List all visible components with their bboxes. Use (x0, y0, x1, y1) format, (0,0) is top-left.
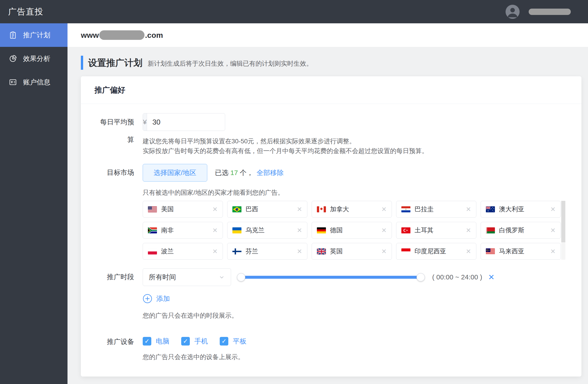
flag-icon-tr (401, 227, 410, 233)
flag-icon-my (486, 248, 495, 255)
time-range-text: ( 00:00 ~ 24:00 ) (432, 273, 482, 281)
flag-icon-ua (232, 227, 241, 233)
country-chip: 波兰✕ (143, 243, 223, 260)
device-checkbox-tablet[interactable]: ✓ 平板 (220, 337, 246, 346)
country-chip: 加拿大✕ (312, 201, 392, 218)
country-chip: 德国✕ (312, 222, 392, 239)
remove-time-period-icon[interactable]: ✕ (488, 273, 495, 282)
country-chip-label: 加拿大 (330, 205, 381, 214)
schedule-hint: 您的广告只会在选中的时段展示。 (143, 311, 572, 321)
country-chip: 巴西✕ (227, 201, 307, 218)
country-chip-grid: 美国✕巴西✕加拿大✕巴拉圭✕澳大利亚✕南非✕乌克兰✕德国✕土耳其✕白俄罗斯✕波兰… (143, 201, 561, 260)
promotion-schedule-label: 推广时段 (95, 268, 143, 286)
remove-country-icon[interactable]: ✕ (297, 248, 302, 255)
remove-all-link[interactable]: 全部移除 (256, 169, 284, 176)
remove-country-icon[interactable]: ✕ (381, 227, 387, 234)
section-accent-bar (81, 56, 83, 70)
flag-icon-by (486, 227, 495, 233)
sidebar-item-label: 推广计划 (23, 31, 50, 40)
remove-country-icon[interactable]: ✕ (550, 227, 556, 234)
country-chip: 芬兰✕ (227, 243, 307, 260)
remove-country-icon[interactable]: ✕ (212, 206, 218, 213)
country-chip: 南非✕ (143, 222, 223, 239)
chip-list-scrollbar (561, 201, 565, 260)
remove-country-icon[interactable]: ✕ (212, 248, 218, 255)
checkbox-checked-icon: ✓ (143, 337, 151, 345)
daily-budget-label: 每日平均预算 (95, 113, 143, 148)
country-chip-label: 英国 (330, 247, 381, 256)
flag-icon-za (148, 227, 157, 233)
promotion-schedule-row: 推广时段 所有时间 ( 00:00 ~ 24:00 ) (95, 268, 572, 321)
account-card-icon (9, 78, 17, 86)
person-icon (505, 5, 520, 19)
flag-icon-py (401, 206, 410, 212)
site-url-redacted (99, 30, 145, 40)
sidebar-item-account-info[interactable]: 账户信息 (0, 70, 67, 94)
slider-handle-end[interactable] (417, 273, 425, 282)
currency-symbol: ¥ (143, 113, 147, 131)
user-menu[interactable] (505, 0, 571, 23)
flag-icon-ca (317, 206, 326, 212)
card-divider (81, 104, 581, 104)
sidebar-item-performance-analysis[interactable]: 效果分析 (0, 47, 67, 70)
country-chip-area: 美国✕巴西✕加拿大✕巴拉圭✕澳大利亚✕南非✕乌克兰✕德国✕土耳其✕白俄罗斯✕波兰… (143, 201, 565, 260)
promotion-preferences-card: 推广偏好 每日平均预算 ¥ 建议您先将每日平均预算设置在30-50元，然后根据实… (81, 76, 581, 377)
remove-country-icon[interactable]: ✕ (466, 206, 471, 213)
country-chip: 乌克兰✕ (227, 222, 307, 239)
scrollbar-thumb[interactable] (561, 201, 565, 242)
country-chip-label: 乌克兰 (246, 226, 297, 235)
site-header: www.com (67, 23, 588, 47)
sidebar-item-promotion-plan[interactable]: 推广计划 (0, 23, 67, 47)
remove-country-icon[interactable]: ✕ (550, 206, 556, 213)
avatar (505, 5, 520, 19)
user-name-redacted (529, 9, 571, 15)
remove-country-icon[interactable]: ✕ (297, 206, 302, 213)
remove-country-icon[interactable]: ✕ (297, 227, 302, 234)
time-period-dropdown[interactable]: 所有时间 (143, 268, 231, 286)
time-range-slider[interactable] (237, 268, 425, 286)
country-chip-label: 波兰 (161, 247, 212, 256)
target-market-hint: 只有被选中的国家/地区的买家才能看到您的广告。 (143, 188, 572, 197)
remove-country-icon[interactable]: ✕ (381, 248, 387, 255)
country-chip-label: 芬兰 (246, 247, 297, 256)
selected-count: 17 (230, 169, 238, 176)
promotion-devices-row: 推广设备 ✓ 电脑 ✓ 手机 ✓ 平板 您的广告只会在选中 (95, 336, 572, 362)
country-chip: 美国✕ (143, 201, 223, 218)
country-chip: 白俄罗斯✕ (481, 222, 561, 239)
add-time-period-button[interactable]: 添加 (143, 294, 572, 303)
country-chip: 英国✕ (312, 243, 392, 260)
budget-input[interactable] (147, 113, 225, 131)
select-country-button[interactable]: 选择国家/地区 (143, 164, 207, 182)
flag-icon-us (148, 206, 157, 212)
country-chip-label: 印度尼西亚 (415, 247, 466, 256)
target-market-row: 目标市场 选择国家/地区 已选17个，全部移除 只有被选中的国家/地区的买家才能… (95, 164, 572, 260)
page-title: 设置推广计划 (88, 57, 143, 69)
remove-country-icon[interactable]: ✕ (466, 227, 471, 234)
remove-country-icon[interactable]: ✕ (212, 227, 218, 234)
device-checkbox-mobile[interactable]: ✓ 手机 (181, 337, 208, 346)
country-chip-label: 澳大利亚 (499, 205, 550, 214)
page-subtitle: 新计划生成后将于次日生效，编辑已有的计划则实时生效。 (148, 58, 313, 68)
page-header: 设置推广计划 新计划生成后将于次日生效，编辑已有的计划则实时生效。 (81, 56, 313, 70)
selected-count-text: 已选17个，全部移除 (215, 168, 284, 178)
country-chip-label: 土耳其 (415, 226, 466, 235)
time-period-value: 所有时间 (149, 273, 219, 282)
slider-handle-start[interactable] (237, 273, 245, 282)
remove-country-icon[interactable]: ✕ (550, 248, 556, 255)
remove-country-icon[interactable]: ✕ (381, 206, 387, 213)
country-chip-label: 巴西 (246, 205, 297, 214)
country-chip-label: 巴拉圭 (415, 205, 466, 214)
checkbox-checked-icon: ✓ (181, 337, 190, 345)
target-market-label: 目标市场 (95, 164, 143, 181)
device-checkbox-computer[interactable]: ✓ 电脑 (143, 337, 169, 346)
sidebar-item-label: 账户信息 (23, 78, 50, 87)
budget-hint-2: 实际投放广告时每天的花费会有高有低，但一个月中每天平均花费的金额不会超过您设置的… (143, 146, 572, 156)
daily-budget-row: 每日平均预算 ¥ 建议您先将每日平均预算设置在30-50元，然后根据实际效果逐步… (95, 113, 572, 156)
devices-hint: 您的广告只会在选中的设备上展示。 (143, 352, 572, 362)
sidebar: 推广计划 效果分析 账户信息 (0, 23, 67, 384)
country-chip: 土耳其✕ (396, 222, 476, 239)
clipboard-icon (9, 31, 17, 40)
remove-country-icon[interactable]: ✕ (466, 248, 471, 255)
site-url-prefix: www (81, 31, 99, 40)
flag-icon-id (401, 248, 410, 255)
